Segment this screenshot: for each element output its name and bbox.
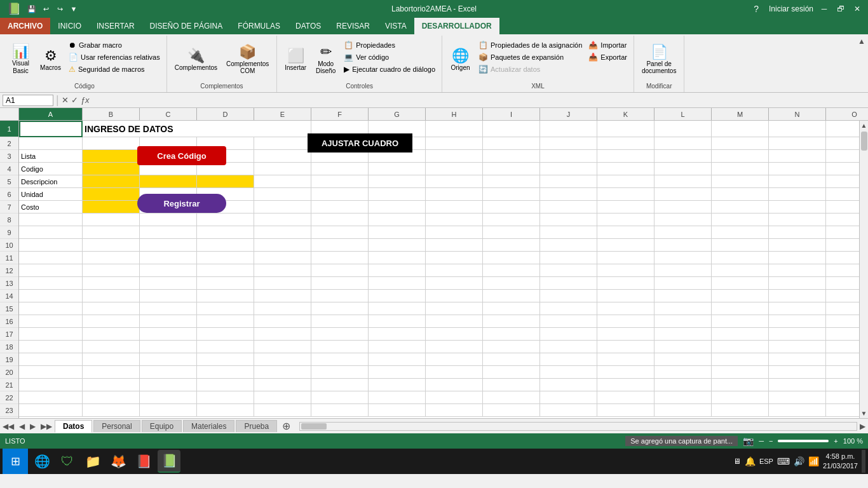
exportar-btn[interactable]: 📥 Exportar bbox=[586, 51, 630, 63]
col-header-d[interactable]: D bbox=[197, 108, 254, 120]
cell-21O[interactable] bbox=[826, 379, 859, 391]
cell-8K[interactable] bbox=[597, 214, 654, 226]
cell-18F[interactable] bbox=[311, 341, 369, 353]
cell-10K[interactable] bbox=[597, 239, 654, 252]
cell-7A[interactable]: Costo bbox=[19, 201, 83, 214]
cell-3K[interactable] bbox=[597, 150, 654, 163]
cell-11K[interactable] bbox=[597, 252, 654, 264]
zoom-out-btn[interactable]: − bbox=[769, 437, 773, 445]
cell-23A[interactable] bbox=[19, 404, 83, 417]
insertar-ctrl-btn[interactable]: ⬜ Insertar bbox=[281, 37, 310, 81]
cell-17I[interactable] bbox=[483, 328, 540, 341]
sheet-tab-equipo[interactable]: Equipo bbox=[142, 420, 182, 432]
cell-13H[interactable] bbox=[426, 277, 483, 290]
cell-19G[interactable] bbox=[369, 353, 426, 366]
col-header-k[interactable]: K bbox=[597, 108, 654, 120]
tab-insertar[interactable]: INSERTAR bbox=[89, 18, 142, 34]
tab-diseno[interactable]: DISEÑO DE PÁGINA bbox=[142, 18, 231, 34]
tab-nav-right[interactable]: ▶▶ bbox=[38, 422, 55, 431]
row-num-15[interactable]: 15 bbox=[0, 302, 18, 315]
cancel-formula-icon[interactable]: ✕ bbox=[62, 95, 69, 105]
cell-13J[interactable] bbox=[540, 277, 597, 290]
cell-13C[interactable] bbox=[140, 277, 197, 290]
cell-6F[interactable] bbox=[311, 188, 369, 201]
row-num-19[interactable]: 19 bbox=[0, 353, 18, 366]
cell-12K[interactable] bbox=[597, 264, 654, 277]
cell-11M[interactable] bbox=[712, 252, 769, 264]
cell-16C[interactable] bbox=[140, 315, 197, 328]
cell-11N[interactable] bbox=[769, 252, 826, 264]
cell-18K[interactable] bbox=[597, 341, 654, 353]
cell-6O[interactable] bbox=[826, 188, 859, 201]
cell-7I[interactable] bbox=[483, 201, 540, 214]
cell-11H[interactable] bbox=[426, 252, 483, 264]
cell-15M[interactable] bbox=[712, 302, 769, 315]
cell-19K[interactable] bbox=[597, 353, 654, 366]
cell-16N[interactable] bbox=[769, 315, 826, 328]
cell-14F[interactable] bbox=[311, 290, 369, 302]
cell-19I[interactable] bbox=[483, 353, 540, 366]
cell-16F[interactable] bbox=[311, 315, 369, 328]
cell-14O[interactable] bbox=[826, 290, 859, 302]
cell-20B[interactable] bbox=[83, 366, 140, 379]
undo-btn[interactable]: ↩ bbox=[39, 3, 52, 15]
cell-2K[interactable] bbox=[597, 137, 654, 150]
cell-22A[interactable] bbox=[19, 391, 83, 404]
row-num-6[interactable]: 6 bbox=[0, 188, 18, 201]
sheet-tab-prueba[interactable]: Prueba bbox=[236, 420, 277, 432]
cell-22N[interactable] bbox=[769, 391, 826, 404]
cell-21K[interactable] bbox=[597, 379, 654, 391]
cell-20E[interactable] bbox=[254, 366, 311, 379]
cell-21H[interactable] bbox=[426, 379, 483, 391]
ajustar-cuadro-button[interactable]: AJUSTAR CUADRO bbox=[308, 133, 412, 152]
panel-documentos-btn[interactable]: 📄 Panel dedocumentos bbox=[638, 37, 680, 81]
add-sheet-btn[interactable]: ⊕ bbox=[278, 420, 294, 432]
cell-20J[interactable] bbox=[540, 366, 597, 379]
cell-21L[interactable] bbox=[654, 379, 712, 391]
cell-22C[interactable] bbox=[140, 391, 197, 404]
cell-6K[interactable] bbox=[597, 188, 654, 201]
notification-icon[interactable]: 🔔 bbox=[745, 456, 756, 466]
ribbon-expand-btn[interactable]: ▲ bbox=[858, 36, 865, 92]
cell-3M[interactable] bbox=[712, 150, 769, 163]
cell-9I[interactable] bbox=[483, 226, 540, 239]
cell-4N[interactable] bbox=[769, 163, 826, 175]
cell-3J[interactable] bbox=[540, 150, 597, 163]
taskbar-ie[interactable]: 🌐 bbox=[31, 450, 53, 473]
cell-12N[interactable] bbox=[769, 264, 826, 277]
col-header-m[interactable]: M bbox=[712, 108, 769, 120]
tab-nav-left[interactable]: ◀◀ bbox=[0, 422, 17, 431]
minimize-btn[interactable]: ─ bbox=[818, 3, 830, 15]
cell-11E[interactable] bbox=[254, 252, 311, 264]
cell-13N[interactable] bbox=[769, 277, 826, 290]
taskbar-explorer[interactable]: 📁 bbox=[81, 450, 104, 473]
col-header-e[interactable]: E bbox=[254, 108, 311, 120]
cell-23I[interactable] bbox=[483, 404, 540, 417]
cell-17G[interactable] bbox=[369, 328, 426, 341]
cell-13K[interactable] bbox=[597, 277, 654, 290]
cell-3I[interactable] bbox=[483, 150, 540, 163]
cell-16O[interactable] bbox=[826, 315, 859, 328]
cell-15J[interactable] bbox=[540, 302, 597, 315]
cell-1L[interactable] bbox=[654, 121, 712, 137]
ver-codigo-btn[interactable]: 💻 Ver código bbox=[341, 51, 438, 63]
cell-12H[interactable] bbox=[426, 264, 483, 277]
ejecutar-cuadro-btn[interactable]: ▶ Ejecutar cuadro de diálogo bbox=[341, 64, 438, 75]
cell-11I[interactable] bbox=[483, 252, 540, 264]
cell-23J[interactable] bbox=[540, 404, 597, 417]
cell-23C[interactable] bbox=[140, 404, 197, 417]
cell-15I[interactable] bbox=[483, 302, 540, 315]
col-header-n[interactable]: N bbox=[769, 108, 826, 120]
cell-2I[interactable] bbox=[483, 137, 540, 150]
cell-23G[interactable] bbox=[369, 404, 426, 417]
cell-22D[interactable] bbox=[197, 391, 254, 404]
cell-1J[interactable] bbox=[540, 121, 597, 137]
row-num-22[interactable]: 22 bbox=[0, 391, 18, 404]
cell-7O[interactable] bbox=[826, 201, 859, 214]
row-num-5[interactable]: 5 bbox=[0, 175, 18, 188]
cell-15H[interactable] bbox=[426, 302, 483, 315]
cell-19C[interactable] bbox=[140, 353, 197, 366]
cell-21D[interactable] bbox=[197, 379, 254, 391]
cell-19J[interactable] bbox=[540, 353, 597, 366]
cell-1I[interactable] bbox=[483, 121, 540, 137]
